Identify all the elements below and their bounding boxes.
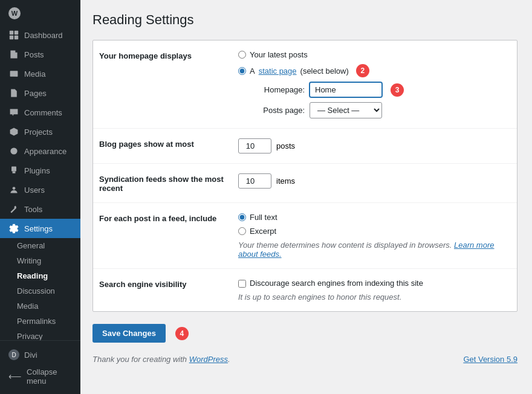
sidebar-item-label-media: Media xyxy=(24,69,45,79)
svg-point-10 xyxy=(10,147,17,154)
sidebar-item-projects[interactable]: Projects xyxy=(0,122,80,141)
submenu-media[interactable]: Media xyxy=(0,299,80,314)
sidebar-nav: Dashboard Posts Media Pages xyxy=(0,25,80,340)
feed-help-text: Your theme determines how content is dis… xyxy=(238,241,511,259)
static-page-label-a: A xyxy=(250,66,255,76)
sidebar-item-dashboard[interactable]: Dashboard xyxy=(0,25,80,45)
feed-full-text-option[interactable]: Full text xyxy=(238,213,511,222)
sidebar-item-label-appearance: Appearance xyxy=(24,147,66,156)
sidebar-item-posts[interactable]: Posts xyxy=(0,45,80,64)
sidebar-item-label-users: Users xyxy=(24,186,45,195)
svg-rect-3 xyxy=(15,36,18,39)
posts-page-inline-row: Posts page: — Select — xyxy=(250,102,511,118)
sidebar-item-plugins[interactable]: Plugins xyxy=(0,161,80,180)
footer-wp-link[interactable]: WordPress xyxy=(189,355,228,364)
feed-excerpt-option[interactable]: Excerpt xyxy=(238,227,511,236)
syndication-suffix: items xyxy=(276,176,295,186)
homepage-displays-row: Your homepage displays Your latest posts… xyxy=(93,40,517,129)
submenu-discussion[interactable]: Discussion xyxy=(0,283,80,299)
sidebar-item-appearance[interactable]: Appearance xyxy=(0,141,80,161)
latest-posts-option[interactable]: Your latest posts xyxy=(238,50,308,59)
feed-full-text-label: Full text xyxy=(250,213,277,222)
sidebar-item-label-posts: Posts xyxy=(24,50,44,59)
feed-excerpt-label: Excerpt xyxy=(250,227,276,236)
posts-page-select[interactable]: — Select — xyxy=(310,102,382,118)
feed-label: For each post in a feed, include xyxy=(99,213,238,223)
posts-icon xyxy=(8,49,19,60)
sidebar-item-pages[interactable]: Pages xyxy=(0,83,80,103)
search-engine-control: Discourage search engines from indexing … xyxy=(238,279,511,302)
feed-control: Full text Excerpt Your theme determines … xyxy=(238,213,511,259)
homepage-displays-label: Your homepage displays xyxy=(99,50,238,60)
submenu-privacy[interactable]: Privacy xyxy=(0,329,80,340)
sidebar-item-label-comments: Comments xyxy=(24,108,62,117)
footer: Thank you for creating with WordPress. G… xyxy=(92,355,517,364)
syndication-input[interactable] xyxy=(238,173,271,189)
collapse-label: Collapse menu xyxy=(27,367,72,386)
collapse-icon: ⟵ xyxy=(8,371,22,382)
blog-pages-row: Blog pages show at most posts xyxy=(93,129,517,164)
homepage-displays-control: Your latest posts A static page (select … xyxy=(238,50,511,118)
settings-icon xyxy=(8,223,19,234)
footer-thank-you: Thank you for creating with xyxy=(92,355,187,364)
feed-row: For each post in a feed, include Full te… xyxy=(93,203,517,269)
sidebar-item-label-projects: Projects xyxy=(24,128,53,137)
posts-page-inline-label: Posts page: xyxy=(250,106,305,115)
submenu-permalinks[interactable]: Permalinks xyxy=(0,314,80,329)
search-engine-row: Search engine visibility Discourage sear… xyxy=(93,269,517,311)
latest-posts-label: Your latest posts xyxy=(250,50,308,59)
sidebar-bottom: D Divi ⟵ Collapse menu xyxy=(0,340,80,394)
sidebar-item-tools[interactable]: Tools xyxy=(0,199,80,219)
sidebar-item-label-pages: Pages xyxy=(24,89,47,98)
static-page-radio[interactable] xyxy=(238,67,246,75)
blog-pages-label: Blog pages show at most xyxy=(99,138,238,149)
search-engine-checkbox-option[interactable]: Discourage search engines from indexing … xyxy=(238,279,511,288)
search-engine-checkbox[interactable] xyxy=(238,280,246,288)
blog-pages-input[interactable] xyxy=(238,138,271,153)
tools-icon xyxy=(8,204,19,215)
syndication-label: Syndication feeds show the most recent xyxy=(99,173,238,193)
sidebar-item-media[interactable]: Media xyxy=(0,64,80,83)
annotation-3: 3 xyxy=(391,83,404,97)
appearance-icon xyxy=(8,146,19,157)
divi-label: Divi xyxy=(24,350,37,360)
submenu-reading[interactable]: Reading xyxy=(0,268,80,283)
sidebar-item-label-plugins: Plugins xyxy=(24,166,50,175)
wp-logo-icon: W xyxy=(8,7,21,19)
save-button[interactable]: Save Changes xyxy=(92,324,166,343)
divi-menu-item[interactable]: D Divi xyxy=(8,346,72,364)
footer-version-link[interactable]: Get Version 5.9 xyxy=(463,355,517,364)
submenu-writing[interactable]: Writing xyxy=(0,253,80,268)
footer-text: Thank you for creating with WordPress. xyxy=(92,355,230,364)
sidebar-logo: W xyxy=(0,0,80,25)
save-button-row: Save Changes 4 xyxy=(92,324,517,343)
sidebar-item-label-settings: Settings xyxy=(24,224,53,233)
search-engine-checkbox-label: Discourage search engines from indexing … xyxy=(250,279,423,288)
svg-rect-0 xyxy=(10,31,13,34)
collapse-menu-item[interactable]: ⟵ Collapse menu xyxy=(8,364,72,389)
latest-posts-radio[interactable] xyxy=(238,51,246,59)
svg-rect-1 xyxy=(15,31,18,34)
syndication-row: Syndication feeds show the most recent i… xyxy=(93,164,517,203)
homepage-input[interactable] xyxy=(310,82,382,97)
syndication-control: items xyxy=(238,173,511,189)
submenu-general[interactable]: General xyxy=(0,238,80,253)
homepage-inline-label: Homepage: xyxy=(250,85,305,94)
blog-pages-suffix: posts xyxy=(276,141,295,150)
media-icon xyxy=(8,68,19,79)
projects-icon xyxy=(8,126,19,137)
main-content: Reading Settings Your homepage displays … xyxy=(80,0,532,394)
svg-rect-2 xyxy=(10,36,13,39)
pages-icon xyxy=(8,88,19,98)
sidebar-item-users[interactable]: Users xyxy=(0,180,80,199)
feed-full-text-radio[interactable] xyxy=(238,213,246,221)
sidebar-item-comments[interactable]: Comments xyxy=(0,103,80,122)
static-page-link[interactable]: static page xyxy=(259,66,297,76)
blog-pages-control: posts xyxy=(238,138,511,153)
homepage-inline-row: Homepage: 3 xyxy=(250,82,511,97)
static-page-option[interactable]: A static page (select below) 2 xyxy=(238,64,369,77)
sidebar-item-settings[interactable]: Settings xyxy=(0,219,80,238)
annotation-4: 4 xyxy=(175,327,189,340)
search-engine-label: Search engine visibility xyxy=(99,279,238,289)
feed-excerpt-radio[interactable] xyxy=(238,227,246,235)
